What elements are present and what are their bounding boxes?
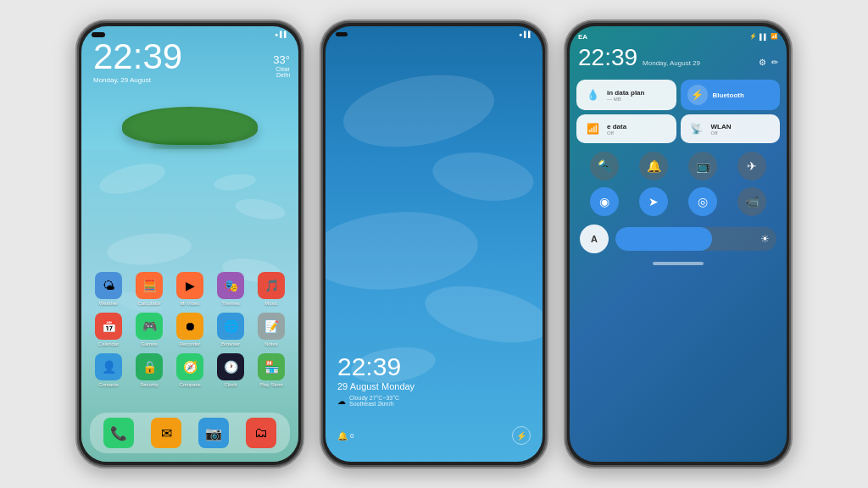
airplane-button[interactable]: ✈ [737,152,766,180]
app-notes-label: Notes [264,341,278,347]
app-calendar[interactable]: 📅 Calendar [91,313,126,347]
data-plan-text: in data plan — MB [607,89,644,102]
cc-header: EA ⚡ ▌▌ 📶 [570,26,787,44]
cc-user: EA [578,33,587,41]
tile-mobile-data[interactable]: 📶 e data Off [576,114,676,143]
app-weather-icon: 🌤 [95,272,122,299]
dock-messages[interactable]: ✉ [151,418,181,448]
cc-time: 22:39 [578,44,637,71]
app-games[interactable]: 🎮 Games [131,313,167,347]
app-music-icon: 🎵 [258,272,285,299]
lily5 [213,172,257,193]
location-button[interactable]: ➤ [639,187,668,216]
tile-bluetooth[interactable]: ⚡ Bluetooth [681,80,781,110]
app-clock[interactable]: 🕐 Clock [213,353,248,387]
edit-icon[interactable]: ✏ [771,58,778,67]
cc-quick-row2: ◉ ➤ ◎ 📹 [570,184,787,219]
mobile-data-icon: 📶 [583,119,602,138]
floating-island [122,107,258,145]
dock-phone[interactable]: 📞 [103,418,134,448]
app-row-2: 📅 Calendar 🎮 Games ⏺ Recorder 🌐 Browser [88,313,292,347]
home-indicator[interactable] [653,262,704,265]
torch-button[interactable]: 🔦 [590,152,619,180]
phone1-screen: ● ▌▌ 22:39 Monday, 29 August 33° Clear D… [81,26,298,462]
app-compass-label: Compass [179,382,200,387]
settings-icon[interactable]: ⚙ [759,58,766,67]
phone2-status-bar: ● ▌▌ [326,26,542,37]
phone1-temp: 33° [273,53,290,66]
data-plan-sub: — MB [607,97,644,102]
mobile-data-title: e data [607,123,626,130]
wlan-text: WLAN Off [711,123,732,136]
app-themes[interactable]: 🎭 Themes [213,272,248,306]
wifi-icon: 📶 [771,33,778,40]
cc-time-row: 22:39 Monday, August 29 ⚙ ✏ [570,44,787,75]
wlan-icon: 📡 [687,119,706,138]
cc-quick-row1: 🔦 🔔 📺 ✈ [570,148,787,184]
phone1-weather: 33° Clear Delhi [273,53,290,78]
app-recorder[interactable]: ⏺ Recorder [172,313,208,347]
mobile-data-text: e data Off [607,123,626,136]
tile-wlan[interactable]: 📡 WLAN Off [681,114,781,143]
mobile-data-sub: Off [607,130,626,136]
tile-data-plan[interactable]: 💧 in data plan — MB [576,80,676,110]
video-button[interactable]: 📹 [737,187,766,216]
app-compass[interactable]: 🧭 Compass [172,353,208,387]
phone1-city: Delhi [273,72,290,78]
app-recorder-icon: ⏺ [176,313,203,340]
phone2-date: 29 August Monday [337,381,415,391]
app-security[interactable]: 🔒 Security [131,353,167,387]
dock-files[interactable]: 🗂 [246,418,276,448]
app-compass-icon: 🧭 [176,353,203,380]
phone2-time: 22:39 [337,354,415,380]
app-calc-icon: 🧮 [136,272,163,299]
wlan-title: WLAN [711,123,732,130]
app-contacts[interactable]: 👤 Contacts [91,353,126,387]
app-browser-label: Browser [221,341,240,347]
phone2-weather-line1: Cloudy 27°C~33°C [349,395,399,401]
phone-3: EA ⚡ ▌▌ 📶 22:39 Monday, August 29 ⚙ ✏ [564,19,793,469]
alarm-button[interactable]: 🔔 [639,152,668,180]
app-row-3: 👤 Contacts 🔒 Security 🧭 Compass 🕐 Clock [88,353,292,387]
app-playstore[interactable]: 🏪 Play Store [253,353,289,387]
lily3 [106,230,193,269]
app-music[interactable]: 🎵 Music [253,272,289,306]
phone2-notch [336,32,348,36]
dock-camera[interactable]: 📷 [198,418,229,448]
app-weather[interactable]: 🌤 Weather [91,272,126,306]
bluetooth-text: Bluetooth [713,92,744,99]
phone2-flashlight[interactable]: ⚡ [512,426,531,445]
cast-button[interactable]: 📺 [688,152,717,180]
app-contacts-icon: 👤 [95,353,122,380]
dnd-button[interactable]: ◉ [590,187,619,216]
app-themes-label: Themes [221,301,240,306]
app-themes-icon: 🎭 [217,272,244,299]
app-video-label: Mi Video [180,301,199,306]
app-clock-icon: 🕐 [217,353,244,380]
lily1 [96,158,168,200]
focus-button[interactable]: ◎ [688,187,717,216]
app-row-1: 🌤 Weather 🧮 Calculator ▶ Mi Video 🎭 Them… [88,272,292,306]
app-grid: 🌤 Weather 🧮 Calculator ▶ Mi Video 🎭 Them… [81,272,298,394]
cc-brightness-row: A ☀ [570,221,787,257]
app-games-icon: 🎮 [136,313,163,340]
phone2-notification: 🔔 0 [337,431,353,441]
app-security-icon: 🔒 [136,353,163,380]
bt-icon: ⚡ [749,33,757,40]
lily2 [234,196,287,223]
cc-status-icons: ⚡ ▌▌ 📶 [749,33,778,40]
app-video[interactable]: ▶ Mi Video [172,272,208,306]
data-plan-title: in data plan [607,89,644,97]
island-container [81,107,298,145]
auto-brightness-button[interactable]: A [580,225,609,253]
app-calculator[interactable]: 🧮 Calculator [131,272,167,306]
app-calc-label: Calculator [137,301,160,306]
phone1-time: 22:39 [81,37,298,75]
signal-icon: ▌▌ [760,34,768,40]
app-notes[interactable]: 📝 Notes [253,313,289,347]
blob3 [326,205,481,296]
brightness-bar[interactable]: ☀ [615,227,776,251]
app-browser[interactable]: 🌐 Browser [213,313,248,347]
cc-tiles-grid: 💧 in data plan — MB ⚡ Bluetooth 📶 [570,75,787,148]
brightness-icon: ☀ [760,233,770,245]
